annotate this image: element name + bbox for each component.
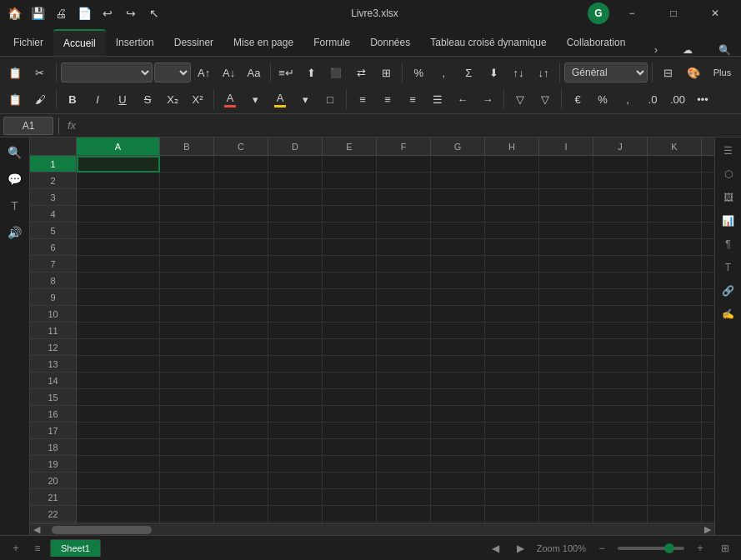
cell-J3[interactable] <box>593 189 648 206</box>
cell-L14[interactable] <box>702 372 714 389</box>
cell-J2[interactable] <box>593 172 648 189</box>
cell-I20[interactable] <box>539 472 593 489</box>
cell-E16[interactable] <box>323 406 377 422</box>
cell-D7[interactable] <box>268 256 323 272</box>
cell-C3[interactable] <box>214 189 268 206</box>
cell-G11[interactable] <box>431 322 485 339</box>
cell-I13[interactable] <box>539 356 593 372</box>
cell-J15[interactable] <box>593 389 648 406</box>
cell-E12[interactable] <box>323 339 377 356</box>
cell-reference-input[interactable] <box>3 117 53 135</box>
tab-donnees[interactable]: Données <box>360 29 420 56</box>
cell-A20[interactable] <box>77 472 160 489</box>
font-color-button[interactable]: A <box>218 88 242 110</box>
cell-A14[interactable] <box>77 372 160 389</box>
cell-A12[interactable] <box>77 339 160 356</box>
cell-F19[interactable] <box>377 456 431 472</box>
cell-G17[interactable] <box>431 422 485 439</box>
cell-D22[interactable] <box>268 506 323 522</box>
zoom-slider[interactable] <box>618 547 684 550</box>
cell-A8[interactable] <box>77 272 160 289</box>
scroll-thumb[interactable] <box>52 526 152 534</box>
signature-icon[interactable]: ✍ <box>718 304 738 324</box>
cell-D17[interactable] <box>268 422 323 439</box>
undo-icon[interactable]: ↩ <box>100 6 115 21</box>
align-auto-icon[interactable]: ⇄ <box>349 62 373 83</box>
cell-B9[interactable] <box>160 289 214 306</box>
col-header-F[interactable]: F <box>377 138 431 156</box>
cell-C4[interactable] <box>214 206 268 222</box>
cell-L8[interactable] <box>702 272 714 289</box>
col-header-I[interactable]: I <box>539 138 593 156</box>
cell-B20[interactable] <box>160 472 214 489</box>
wrap-text-icon[interactable]: ≡↵ <box>275 62 298 83</box>
cell-B19[interactable] <box>160 456 214 472</box>
cell-G3[interactable] <box>431 189 485 206</box>
bold-button[interactable]: B <box>61 88 84 110</box>
font-size-increase-icon[interactable]: A↑ <box>193 62 216 83</box>
row-header-13[interactable]: 13 <box>30 356 77 372</box>
font-color-dropdown[interactable]: ▾ <box>243 88 267 110</box>
corner-cell[interactable] <box>30 138 77 156</box>
cell-B7[interactable] <box>160 256 214 272</box>
row-header-15[interactable]: 15 <box>30 389 77 406</box>
cell-H20[interactable] <box>485 472 539 489</box>
cell-K8[interactable] <box>648 272 702 289</box>
cell-E18[interactable] <box>323 439 377 456</box>
cell-L21[interactable] <box>702 489 714 506</box>
cell-H1[interactable] <box>485 156 539 172</box>
paragraph-icon[interactable]: ¶ <box>718 234 738 254</box>
cell-B15[interactable] <box>160 389 214 406</box>
cell-G1[interactable] <box>431 156 485 172</box>
font-size-decrease-icon[interactable]: A↓ <box>218 62 241 83</box>
cell-G19[interactable] <box>431 456 485 472</box>
cell-J13[interactable] <box>593 356 648 372</box>
cell-G16[interactable] <box>431 406 485 422</box>
cell-L11[interactable] <box>702 322 714 339</box>
row-header-10[interactable]: 10 <box>30 306 77 322</box>
cell-E13[interactable] <box>323 356 377 372</box>
cell-A19[interactable] <box>77 456 160 472</box>
print-icon[interactable]: 🖨 <box>53 6 68 21</box>
maximize-button[interactable]: □ <box>654 0 693 27</box>
speaker-sidebar-icon[interactable]: 🔊 <box>3 221 27 244</box>
cell-J5[interactable] <box>593 222 648 239</box>
cell-F18[interactable] <box>377 439 431 456</box>
cell-F12[interactable] <box>377 339 431 356</box>
cell-K10[interactable] <box>648 306 702 322</box>
cell-I8[interactable] <box>539 272 593 289</box>
tab-fichier[interactable]: Fichier <box>3 29 53 56</box>
cell-C5[interactable] <box>214 222 268 239</box>
home-icon[interactable]: 🏠 <box>7 6 22 21</box>
cell-H12[interactable] <box>485 339 539 356</box>
sort-desc-icon[interactable]: ↓↑ <box>532 62 555 83</box>
cell-D11[interactable] <box>268 322 323 339</box>
cell-C14[interactable] <box>214 372 268 389</box>
cell-K2[interactable] <box>648 172 702 189</box>
cell-B23[interactable] <box>160 522 214 523</box>
row-header-18[interactable]: 18 <box>30 439 77 456</box>
indent-increase-button[interactable]: → <box>476 88 499 110</box>
cell-H2[interactable] <box>485 172 539 189</box>
cell-A17[interactable] <box>77 422 160 439</box>
cell-J11[interactable] <box>593 322 648 339</box>
row-header-11[interactable]: 11 <box>30 322 77 339</box>
align-right-button[interactable]: ≡ <box>401 88 424 110</box>
cell-E4[interactable] <box>323 206 377 222</box>
save-icon[interactable]: 💾 <box>30 6 45 21</box>
cell-A11[interactable] <box>77 322 160 339</box>
cell-F20[interactable] <box>377 472 431 489</box>
cell-D4[interactable] <box>268 206 323 222</box>
cell-I2[interactable] <box>539 172 593 189</box>
cell-L15[interactable] <box>702 389 714 406</box>
cell-I10[interactable] <box>539 306 593 322</box>
cell-I15[interactable] <box>539 389 593 406</box>
cell-H18[interactable] <box>485 439 539 456</box>
cell-A5[interactable] <box>77 222 160 239</box>
cell-J22[interactable] <box>593 506 648 522</box>
merge-cells-icon[interactable]: ⊞ <box>374 62 398 83</box>
cell-A18[interactable] <box>77 439 160 456</box>
more-button[interactable]: Plus <box>707 62 738 83</box>
cell-L6[interactable] <box>702 239 714 256</box>
cell-L7[interactable] <box>702 256 714 272</box>
